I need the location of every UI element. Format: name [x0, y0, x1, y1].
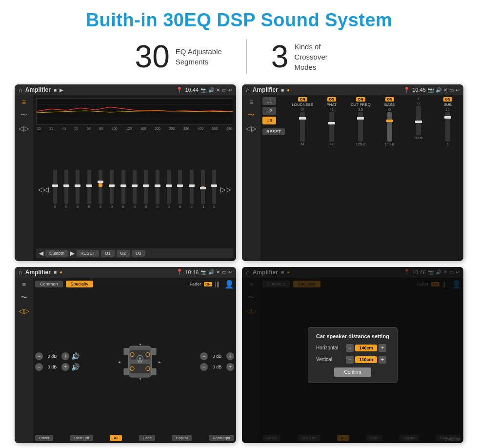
eq-slider-4[interactable]: 0 — [84, 170, 94, 208]
speaker-home-icon[interactable]: ⌂ — [19, 268, 22, 276]
eq-slider-2[interactable]: 0 — [61, 170, 71, 208]
speaker-sidebar-wave[interactable]: 〜 — [20, 293, 27, 302]
u3-cross-btn[interactable]: U3 — [262, 117, 276, 124]
eq-slider-6[interactable]: 0 — [107, 170, 117, 208]
u1-btn[interactable]: U1 — [101, 250, 115, 257]
custom-btn[interactable]: Custom — [45, 250, 68, 257]
eq-volume-icon: 🔊 — [208, 87, 214, 93]
eq-slider-3[interactable]: 0 — [73, 170, 83, 208]
eq-slider-12[interactable]: 0 — [175, 170, 185, 208]
left-speaker-levels: − 0 dB + 🔊 − 0 dB + 🔊 — [35, 352, 80, 371]
expand-right-icon[interactable]: ▷▷ — [220, 185, 231, 193]
crossover-status-icons: 📍 10:45 📷 🔊 ✕ ▭ ↩ — [403, 87, 459, 93]
speaker-status-bar: ⌂ Amplifier ■ ● 📍 10:46 📷 🔊 ✕ ▭ ↩ — [15, 267, 236, 278]
ch-loudness: ON LOUDNESS 64 64 — [289, 97, 317, 146]
sub-on[interactable]: ON — [443, 97, 453, 102]
eq-slider-11[interactable]: 0 — [163, 170, 174, 208]
eq-sidebar-equalizer[interactable]: ≡ — [22, 98, 26, 106]
eq-sidebar-volume[interactable]: ◁▷ — [19, 124, 29, 132]
eq-slider-5[interactable]: 5 — [95, 170, 105, 208]
level2-minus[interactable]: − — [35, 363, 43, 371]
speaker-sidebar-eq[interactable]: ≡ — [22, 281, 26, 288]
driver-btn[interactable]: Driver — [35, 435, 53, 441]
stat-eq: 30 EQ AdjustableSegments — [111, 41, 246, 72]
crossover-sidebar-wave[interactable]: 〜 — [248, 111, 255, 120]
phat-on[interactable]: ON — [327, 97, 337, 102]
crossover-status-bar: ⌂ Amplifier ■ ● 📍 10:45 📷 🔊 ✕ ▭ ↩ — [242, 84, 463, 95]
level4-minus[interactable]: − — [200, 363, 208, 371]
level4-plus[interactable]: + — [226, 363, 234, 371]
eq-slider-1[interactable]: 0 — [50, 170, 60, 208]
cutfreq-on[interactable]: ON — [356, 97, 365, 102]
eq-slider-14[interactable]: -1 — [198, 170, 208, 208]
reset-btn[interactable]: RESET — [77, 250, 99, 257]
fader-icon: ||| — [215, 281, 219, 287]
u3-btn[interactable]: U3 — [132, 250, 145, 257]
level1-plus[interactable]: + — [61, 352, 69, 360]
level2-plus[interactable]: + — [61, 363, 69, 371]
eq-sidebar-wave[interactable]: 〜 — [20, 111, 27, 120]
eq-slider-9[interactable]: 0 — [141, 170, 151, 208]
speaker-record-icon: ■ — [54, 269, 57, 275]
speaker-icon-2: 🔊 — [71, 363, 80, 371]
loudness-on[interactable]: ON — [298, 97, 307, 102]
copilot-btn[interactable]: Copilot — [172, 435, 192, 441]
rearleft-btn[interactable]: RearLeft — [70, 435, 93, 441]
specialty-mode-btn[interactable]: Specialty — [66, 281, 94, 287]
crossover-home-icon[interactable]: ⌂ — [246, 86, 250, 94]
home-icon[interactable]: ⌂ — [19, 86, 22, 94]
speaker-left-sidebar: ≡ 〜 ◁▷ — [15, 278, 33, 444]
dialog-title: Car speaker distance setting — [316, 333, 389, 339]
fader-on-badge[interactable]: ON — [204, 282, 212, 286]
reset-cross-btn[interactable]: RESET — [262, 128, 285, 135]
horizontal-plus[interactable]: + — [378, 344, 386, 352]
eq-back-icon[interactable]: ↩ — [228, 87, 232, 93]
user-icon[interactable]: 👤 — [224, 280, 234, 289]
eq-bottom-bar: ◀ Custom ▶ RESET U1 U2 U3 — [36, 248, 233, 258]
u2-cross-btn[interactable]: U2 — [262, 107, 276, 115]
eq-main-area: 2532 4050 6380 100125 160200 250320 4005… — [33, 95, 236, 261]
ch-bass: ON BASS G 100Hz — [376, 97, 404, 146]
level3-plus[interactable]: + — [226, 352, 234, 360]
next-btn[interactable]: ▶ — [70, 250, 75, 257]
eq-status-icons: 📍 10:44 📷 🔊 ✕ ▭ ↩ — [176, 87, 232, 93]
eq-slider-13[interactable]: 0 — [186, 170, 197, 208]
vertical-minus[interactable]: − — [346, 356, 354, 364]
vertical-plus[interactable]: + — [378, 356, 386, 364]
expand-left-icon[interactable]: ◁◁ — [38, 185, 49, 193]
crossover-screen-content: ≡ 〜 ◁▷ U1 U2 U3 RESET — [242, 95, 463, 261]
crossover-back-icon[interactable]: ↩ — [456, 87, 459, 93]
speaker-sidebar-vol[interactable]: ◁▷ — [19, 307, 29, 315]
eq-slider-8[interactable]: 0 — [129, 170, 139, 208]
crossover-x-icon: ✕ — [443, 87, 447, 93]
level1-minus[interactable]: − — [35, 352, 43, 360]
crossover-main: U1 U2 U3 RESET ON LOUDNESS 64 — [260, 95, 463, 261]
speaker-time: 10:46 — [185, 269, 199, 275]
eq-slider-15[interactable]: 0 — [209, 170, 219, 208]
level3-value: 0 dB — [210, 354, 224, 359]
prev-btn[interactable]: ◀ — [39, 250, 43, 257]
eq-slider-7[interactable]: 0 — [118, 170, 128, 208]
horizontal-minus[interactable]: − — [346, 344, 354, 352]
user-btn[interactable]: User — [139, 435, 155, 441]
right-speaker-levels: − 0 dB + − 0 dB + — [200, 352, 234, 371]
rearright-btn[interactable]: RearRight — [209, 435, 234, 441]
crossover-sidebar-vol[interactable]: ◁▷ — [246, 124, 257, 132]
speaker-back-icon[interactable]: ↩ — [228, 269, 232, 275]
eq-slider-10[interactable]: 0 — [152, 170, 162, 208]
confirm-button[interactable]: Confirm — [334, 367, 371, 377]
stat-crossover-number: 3 — [271, 41, 289, 72]
u2-btn[interactable]: U2 — [117, 250, 130, 257]
eq-play-icon[interactable]: ▶ — [60, 87, 63, 93]
stat-crossover-label: Kinds ofCrossover Modes — [294, 41, 343, 72]
common-mode-btn[interactable]: Common — [35, 281, 63, 287]
page-title: Buith-in 30EQ DSP Sound System — [86, 10, 393, 31]
crossover-dot-icon: ● — [287, 87, 290, 93]
all-btn[interactable]: All — [110, 435, 122, 441]
u-buttons-area: U1 U2 U3 RESET ON LOUDNESS 64 — [262, 97, 461, 146]
crossover-sidebar-eq[interactable]: ≡ — [249, 98, 253, 106]
bass-on[interactable]: ON — [385, 97, 395, 102]
eq-x-icon: ✕ — [216, 87, 220, 93]
level3-minus[interactable]: − — [200, 352, 208, 360]
u1-cross-btn[interactable]: U1 — [262, 97, 276, 105]
